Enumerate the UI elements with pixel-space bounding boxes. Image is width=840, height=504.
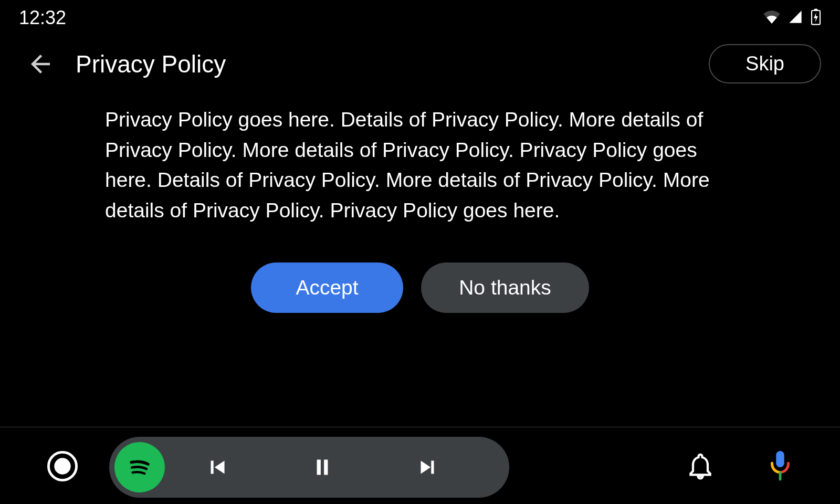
status-icons — [763, 8, 821, 27]
svg-rect-1 — [814, 9, 818, 11]
svg-point-3 — [54, 458, 70, 474]
divider — [0, 427, 840, 427]
bottom-right — [686, 450, 793, 485]
media-controls — [109, 437, 509, 498]
skip-previous-icon — [204, 454, 230, 480]
header-left: Privacy Policy — [26, 50, 226, 78]
previous-track-button[interactable] — [165, 454, 270, 480]
page-title: Privacy Policy — [76, 50, 226, 78]
accept-button[interactable]: Accept — [251, 262, 403, 313]
content: Privacy Policy goes here. Details of Pri… — [0, 94, 840, 313]
home-button[interactable] — [47, 451, 78, 484]
battery-icon — [811, 8, 821, 27]
home-circle-icon — [47, 451, 78, 481]
pause-icon — [309, 454, 335, 480]
bottom-bar — [0, 430, 840, 504]
arrow-left-icon — [26, 50, 55, 78]
skip-button[interactable]: Skip — [709, 44, 821, 83]
voice-assistant-button[interactable] — [768, 450, 793, 485]
status-bar: 12:32 — [0, 0, 840, 34]
header-row: Privacy Policy Skip — [0, 34, 840, 94]
decline-button[interactable]: No thanks — [421, 262, 589, 313]
status-time: 12:32 — [19, 7, 66, 29]
wifi-icon — [763, 10, 780, 26]
next-track-button[interactable] — [375, 454, 480, 480]
spotify-icon[interactable] — [114, 442, 165, 492]
mic-icon — [768, 450, 793, 482]
skip-next-icon — [414, 454, 440, 480]
notifications-button[interactable] — [686, 452, 715, 483]
back-button[interactable] — [26, 50, 55, 78]
action-buttons: Accept No thanks — [105, 262, 735, 313]
policy-text: Privacy Policy goes here. Details of Pri… — [105, 104, 735, 226]
play-pause-button[interactable] — [270, 454, 375, 480]
svg-rect-4 — [776, 451, 784, 467]
bell-icon — [686, 452, 715, 481]
cellular-icon — [788, 9, 803, 26]
bottom-left — [47, 437, 509, 498]
